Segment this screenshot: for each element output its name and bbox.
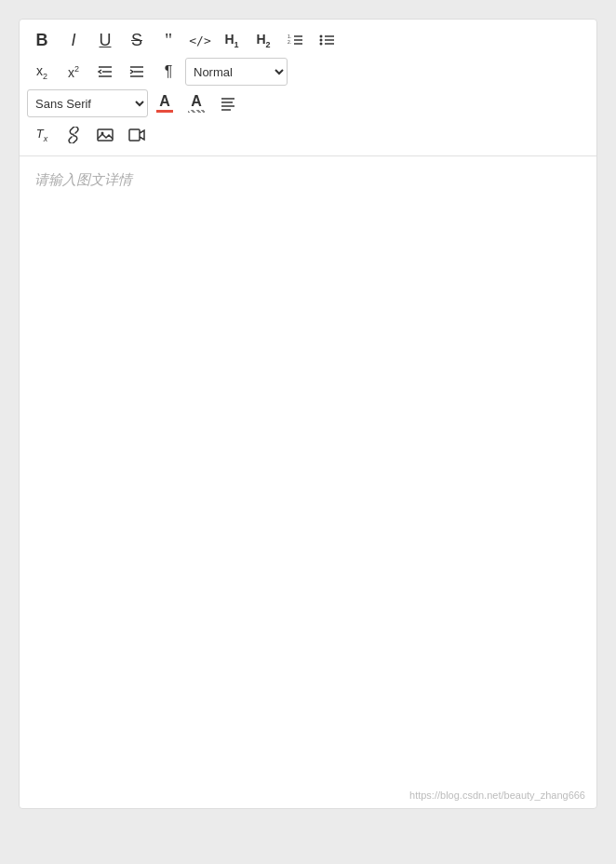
indent-increase-icon [128,63,145,80]
align-icon [220,95,236,112]
video-button[interactable] [122,120,152,150]
editor-container: B I U S " </> H1 H2 [19,19,597,809]
link-button[interactable] [59,120,88,150]
text-direction-button[interactable]: ¶ [154,57,183,87]
italic-button[interactable]: I [59,25,88,55]
subscript-button[interactable]: x2 [27,57,57,87]
svg-rect-21 [98,129,113,141]
bold-button[interactable]: B [27,25,57,55]
h2-button[interactable]: H2 [248,25,278,55]
code-button[interactable]: </> [185,25,215,55]
align-button[interactable] [213,88,243,118]
image-icon [97,127,114,143]
toolbar: B I U S " </> H1 H2 [20,20,596,156]
indent-decrease-button[interactable] [90,57,120,87]
toolbar-row-3: Sans Serif Serif Monospace Arial Times N… [27,88,589,118]
underline-button[interactable]: U [90,25,120,55]
editor-content[interactable]: 请输入图文详情 https://blog.csdn.net/beauty_zha… [20,156,596,808]
svg-text:2.: 2. [288,39,291,45]
toolbar-row-1: B I U S " </> H1 H2 [27,25,589,55]
font-background-button[interactable]: A [181,88,211,118]
clear-format-button[interactable]: Tx [27,120,57,150]
quote-button[interactable]: " [154,25,183,55]
indent-increase-button[interactable] [122,57,152,87]
font-select[interactable]: Sans Serif Serif Monospace Arial Times N… [27,89,148,117]
size-select[interactable]: Normal Small Large Huge [185,58,288,86]
video-icon [128,127,145,143]
ordered-list-button[interactable]: 1. 2. [280,25,310,55]
strikethrough-button[interactable]: S [122,25,152,55]
toolbar-row-2: x2 x2 [27,57,589,87]
watermark: https://blog.csdn.net/beauty_zhang666 [409,790,585,801]
toolbar-row-4: Tx [27,120,589,150]
superscript-button[interactable]: x2 [59,57,88,87]
svg-point-5 [320,35,323,38]
link-icon [65,127,82,143]
unordered-list-button[interactable] [312,25,341,55]
svg-rect-23 [129,129,140,141]
ordered-list-icon: 1. 2. [287,32,303,48]
image-button[interactable] [90,120,120,150]
svg-point-7 [320,43,323,46]
editor-placeholder: 请输入图文详情 [34,171,132,187]
font-color-button[interactable]: A [150,88,180,118]
h1-button[interactable]: H1 [217,25,247,55]
svg-point-6 [320,39,323,42]
indent-decrease-icon [97,63,114,80]
unordered-list-icon [318,32,335,48]
